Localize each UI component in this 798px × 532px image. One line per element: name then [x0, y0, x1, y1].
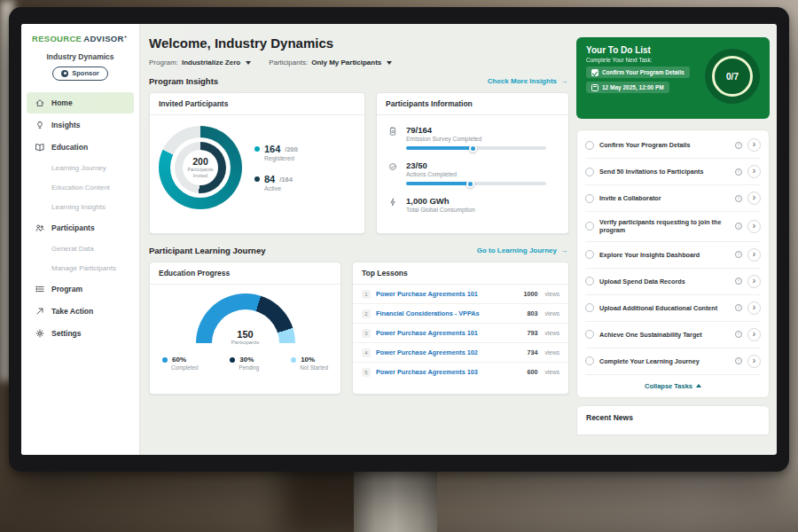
info-icon[interactable]: [735, 304, 742, 311]
lesson-link[interactable]: Power Purchase Agreements 102: [376, 348, 522, 356]
lesson-views-label: views: [545, 349, 560, 356]
sidebar-item-settings[interactable]: Settings: [27, 323, 134, 344]
education-progress-card: Education Progress 150 Participants 60% …: [149, 262, 341, 395]
invited-participants-card: Invited Participants 200 Participants In…: [149, 92, 365, 234]
learning-journey-header: Participant Learning Journey Go to Learn…: [149, 246, 569, 255]
lesson-views-label: views: [545, 330, 560, 336]
lesson-rank: 1: [362, 290, 371, 299]
task-label: Upload Spend Data Records: [599, 278, 730, 286]
info-icon[interactable]: [735, 223, 742, 230]
survey-icon: [387, 126, 398, 137]
chevron-right-icon[interactable]: [747, 138, 761, 152]
stat-emission-survey: 79/164 Emission Survey Completed: [387, 125, 558, 150]
sidebar-item-general-data[interactable]: General Data: [21, 239, 139, 259]
task-checkbox[interactable]: [585, 356, 594, 365]
chevron-right-icon[interactable]: [747, 165, 761, 178]
donut-legend: 164 /200 Registered 84 /164: [254, 144, 298, 192]
legend-label: Active: [264, 185, 298, 192]
sponsor-icon: [61, 70, 68, 77]
participants-filter[interactable]: Participants: Only My Participants: [269, 59, 392, 66]
stat-label: Emission Survey Completed: [406, 136, 546, 142]
task-row-upload-educational-content[interactable]: Upload Additional Educational Content: [585, 295, 761, 322]
legend-label: Completed: [171, 364, 198, 371]
filter-bar: Program: Industrialize Zero Participants…: [149, 59, 569, 66]
task-label: Explore Your Insights Dashboard: [599, 251, 730, 259]
lesson-link[interactable]: Power Purchase Agreements 101: [376, 329, 522, 337]
chevron-right-icon[interactable]: [747, 301, 761, 315]
lesson-link[interactable]: Power Purchase Agreements 103: [376, 368, 522, 376]
sidebar-item-learning-journey[interactable]: Learning Journey: [21, 159, 139, 178]
info-icon[interactable]: [735, 168, 742, 176]
check-more-insights-link[interactable]: Check More Insights →: [488, 77, 567, 85]
task-checkbox[interactable]: [585, 330, 594, 339]
chevron-up-icon: [696, 384, 701, 387]
sidebar-item-label: Participants: [51, 223, 95, 232]
chevron-right-icon[interactable]: [747, 328, 761, 341]
info-icon[interactable]: [735, 195, 742, 202]
go-to-learning-journey-link[interactable]: Go to Learning Journey →: [477, 246, 567, 254]
info-icon[interactable]: [735, 251, 742, 258]
task-row-verify-participants[interactable]: Verify participants requesting to join t…: [585, 212, 761, 242]
checkbox-icon: [591, 69, 598, 76]
task-row-complete-learning-journey[interactable]: Complete Your Learning Journey: [585, 348, 761, 375]
legend-label: Not Started: [300, 364, 328, 371]
lesson-link[interactable]: Financial Considerations - VPPAs: [376, 309, 522, 317]
chevron-right-icon[interactable]: [747, 248, 761, 262]
lesson-row: 1 Power Purchase Agreements 101 1000 vie…: [353, 285, 568, 304]
task-checkbox[interactable]: [585, 141, 594, 150]
task-label: Send 50 Invitations to Participants: [599, 168, 730, 176]
task-checkbox[interactable]: [585, 168, 594, 176]
stat-global-consumption: 1,000 GWh Total Global Consumption: [387, 196, 558, 213]
info-icon[interactable]: [735, 357, 742, 364]
sidebar-subitem-label: Education Content: [51, 184, 110, 192]
monitor-stand: [354, 468, 437, 532]
task-row-upload-spend-data[interactable]: Upload Spend Data Records: [585, 269, 761, 295]
sidebar-item-participants[interactable]: Participants: [27, 217, 134, 239]
legend-item-active: 84 /164 Active: [254, 174, 298, 192]
chevron-right-icon[interactable]: [747, 355, 761, 368]
task-checkbox[interactable]: [585, 194, 594, 203]
program-icon: [35, 284, 45, 294]
sidebar-nav: Home Insights Education Learning Journey…: [21, 92, 139, 344]
stat-value: 23/50: [406, 160, 546, 170]
sidebar-item-education-content[interactable]: Education Content: [21, 178, 139, 198]
sidebar-item-manage-participants[interactable]: Manage Participants: [21, 259, 139, 278]
task-row-confirm-program[interactable]: Confirm Your Program Details: [585, 132, 761, 159]
todo-summary-card: Your To Do List Complete Your Next Task:…: [576, 37, 770, 119]
task-label: Upload Additional Educational Content: [599, 304, 730, 312]
sidebar-item-label: Insights: [51, 121, 81, 129]
logo-advisor: ADVISOR: [83, 34, 123, 43]
task-checkbox[interactable]: [585, 303, 594, 312]
task-row-achieve-target[interactable]: Achieve One Sustainability Target: [585, 322, 761, 348]
lesson-link[interactable]: Power Purchase Agreements 101: [376, 290, 519, 298]
next-task-pill[interactable]: Confirm Your Program Details: [586, 66, 690, 78]
task-checkbox[interactable]: [585, 277, 594, 286]
home-icon: [35, 98, 45, 108]
task-label: Confirm Your Program Details: [599, 141, 730, 149]
task-row-invite-collaborator[interactable]: Invite a Collaborator: [585, 185, 761, 212]
sidebar-item-insights[interactable]: Insights: [27, 114, 134, 136]
task-row-send-invitations[interactable]: Send 50 Invitations to Participants: [585, 159, 761, 185]
sidebar-item-program[interactable]: Program: [27, 278, 134, 300]
chevron-right-icon[interactable]: [747, 275, 761, 288]
task-row-explore-insights[interactable]: Explore Your Insights Dashboard: [585, 242, 761, 269]
legend-dot: [230, 357, 235, 363]
task-checkbox[interactable]: [585, 250, 594, 259]
info-icon[interactable]: [735, 142, 742, 149]
info-icon[interactable]: [735, 278, 742, 285]
sidebar-item-home[interactable]: Home: [27, 92, 134, 113]
sidebar-item-learning-insights[interactable]: Learning Insights: [21, 198, 139, 217]
sidebar-item-education[interactable]: Education: [27, 137, 134, 158]
info-icon[interactable]: [735, 331, 742, 338]
program-filter[interactable]: Program: Industrialize Zero: [149, 59, 251, 66]
role-badge[interactable]: Sponsor: [52, 66, 107, 81]
chevron-right-icon[interactable]: [747, 220, 761, 233]
sidebar-item-take-action[interactable]: Take Action: [27, 301, 134, 322]
stat-value: 1,000 GWh: [406, 196, 475, 206]
lesson-row: 5 Power Purchase Agreements 103 600 view…: [353, 363, 568, 381]
chevron-right-icon[interactable]: [747, 192, 761, 205]
legend-value: 164: [264, 144, 280, 154]
collapse-tasks-button[interactable]: Collapse Tasks: [585, 375, 761, 395]
task-checkbox[interactable]: [585, 222, 594, 231]
gauge-legend: 60% Completed 30% Pending 10% Not Starte…: [150, 356, 340, 371]
